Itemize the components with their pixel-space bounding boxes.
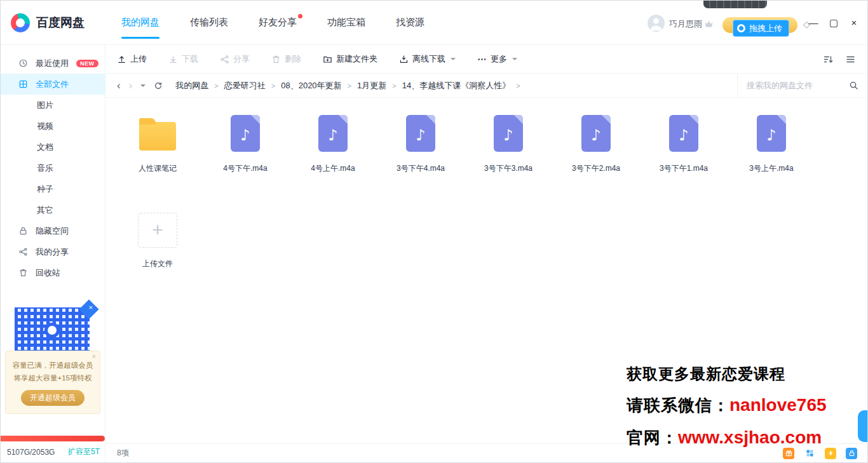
audio-file-tile[interactable]: 4号下午.m4a (201, 112, 289, 208)
upload-button[interactable]: 上传 (117, 53, 147, 65)
audio-file-tile[interactable]: 4号上午.m4a (289, 112, 377, 208)
audio-file-icon (318, 115, 348, 152)
folder-tile[interactable]: 人性课笔记 (114, 112, 201, 208)
file-name: 4号下午.m4a (223, 163, 267, 174)
tab-label: 功能宝箱 (327, 17, 365, 27)
more-dots-icon (477, 55, 487, 64)
sidebar-item-recycle-bin[interactable]: 回收站 (1, 262, 105, 283)
tab-transfer-list[interactable]: 传输列表 (189, 14, 229, 31)
floating-side-tab[interactable] (858, 410, 867, 442)
more-button[interactable]: 更多 (477, 53, 517, 65)
all-files-icon (18, 79, 28, 89)
screen-overlay-indicator (703, 1, 767, 8)
sort-icon[interactable] (823, 54, 834, 65)
breadcrumb-separator: > (516, 82, 520, 90)
audio-file-tile[interactable]: 3号下午3.m4a (465, 112, 552, 208)
file-name: 人性课笔记 (139, 163, 177, 174)
watermark-line3-label: 官网： (627, 428, 678, 447)
sidebar-item-recent[interactable]: 最近使用 NEW (1, 53, 105, 74)
audio-file-tile[interactable]: 3号下午2.m4a (552, 112, 640, 208)
lock-icon (18, 226, 28, 236)
download-button[interactable]: 下载 (168, 53, 198, 65)
breadcrumb-item[interactable]: 1月更新 (357, 80, 386, 91)
sidebar-item-others[interactable]: 其它 (1, 199, 105, 220)
sidebar-item-music[interactable]: 音乐 (1, 158, 105, 178)
folder-icon (139, 122, 176, 151)
sidebar-item-label: 其它 (37, 205, 53, 216)
qr-close-icon[interactable]: × (89, 304, 93, 311)
share-nodes-icon (18, 247, 28, 257)
audio-file-icon (494, 115, 523, 152)
audio-file-icon (231, 115, 260, 152)
promo-close-icon[interactable]: × (92, 352, 96, 360)
upload-file-tile[interactable]: + 上传文件 (114, 208, 201, 303)
audio-file-tile[interactable]: 3号下午4.m4a (377, 112, 465, 208)
status-icons (783, 448, 857, 459)
breadcrumb-item[interactable]: 我的网盘 (175, 80, 208, 91)
breadcrumb-item[interactable]: 08、2020年更新 (281, 80, 341, 91)
breadcrumb: 我的网盘 > 恋爱研习社 > 08、2020年更新 > 1月更新 > 14、李越… (175, 80, 520, 91)
refresh-icon[interactable] (154, 81, 163, 90)
chevron-down-icon[interactable] (512, 58, 517, 63)
tab-find-resources[interactable]: 找资源 (395, 14, 426, 31)
back-arrow-icon[interactable]: ‹ (117, 80, 121, 91)
storage-usage: 5107G/2053G (7, 448, 55, 457)
maximize-button[interactable]: ▢ (827, 16, 841, 30)
sidebar-item-label: 图片 (37, 100, 53, 111)
tab-friend-share[interactable]: 好友分享 (257, 14, 298, 31)
sidebar-item-documents[interactable]: 文档 (1, 137, 105, 158)
speed-up-icon[interactable] (825, 448, 836, 459)
sidebar-item-torrents[interactable]: 种子 (1, 178, 105, 199)
chevron-down-icon[interactable] (451, 58, 456, 63)
apps-grid-icon[interactable] (804, 448, 815, 459)
sidebar-item-hidden-space[interactable]: 隐藏空间 (1, 220, 105, 241)
app-title: 百度网盘 (36, 15, 85, 31)
toolbar: 上传 下载 分享 删除 新建文件夹 (105, 45, 867, 74)
offline-download-icon (399, 55, 409, 64)
drag-upload-button[interactable]: 拖拽上传 (733, 20, 789, 37)
gift-icon[interactable] (783, 448, 794, 459)
baidu-netdisk-window: 百度网盘 我的网盘 传输列表 好友分享 功能宝箱 找资源 (0, 0, 868, 463)
sidebar-item-videos[interactable]: 视频 (1, 116, 105, 137)
sidebar-item-label: 全部文件 (36, 79, 69, 90)
watermark-line2: 请联系微信：nanlove765 (627, 394, 827, 417)
tab-my-drive[interactable]: 我的网盘 (120, 14, 161, 31)
sidebar-item-label: 种子 (37, 184, 53, 195)
search-input[interactable] (747, 81, 844, 90)
qr-code-ad[interactable]: × (15, 307, 90, 353)
new-folder-button[interactable]: 新建文件夹 (323, 53, 377, 65)
delete-button[interactable]: 删除 (271, 53, 301, 65)
audio-file-tile[interactable]: 3号上午.m4a (728, 112, 815, 208)
sidebar: 最近使用 NEW 全部文件 图片 视频 文档 音乐 种子 其它 (1, 45, 105, 462)
watermark-line3: 官网：www.xsjhao.com (627, 427, 827, 449)
lock-icon[interactable] (846, 448, 857, 459)
breadcrumb-separator: > (392, 82, 396, 90)
sidebar-item-all-files[interactable]: 全部文件 (1, 74, 105, 95)
history-dropdown-icon[interactable] (140, 84, 146, 90)
user-name[interactable]: 巧月思雨 (669, 18, 702, 30)
close-button[interactable]: × (847, 16, 861, 30)
expand-storage-link[interactable]: 扩容至5T (68, 446, 100, 457)
forward-arrow-icon[interactable]: › (129, 80, 133, 91)
avatar[interactable] (648, 15, 665, 32)
breadcrumb-separator: > (271, 82, 275, 90)
audio-file-icon (406, 115, 435, 152)
audio-file-tile[interactable]: 3号下午1.m4a (640, 112, 728, 208)
upload-tile-label: 上传文件 (142, 258, 173, 269)
list-view-icon[interactable] (845, 54, 856, 65)
baidu-logo-icon (737, 24, 745, 32)
tab-toolbox[interactable]: 功能宝箱 (326, 14, 367, 31)
search-icon[interactable] (849, 81, 858, 90)
plus-icon: + (138, 213, 177, 248)
breadcrumb-item[interactable]: 恋爱研习社 (224, 80, 266, 91)
upgrade-vip-button[interactable]: 开通超级会员 (21, 390, 85, 406)
file-name: 4号上午.m4a (311, 163, 355, 174)
breadcrumb-item[interactable]: 14、李越线下课《洞察人性》 (402, 80, 510, 91)
vip-crown-icon[interactable] (704, 20, 714, 27)
sidebar-item-pictures[interactable]: 图片 (1, 95, 105, 116)
minimize-button[interactable]: — (806, 16, 820, 30)
sidebar-item-my-shares[interactable]: 我的分享 (1, 241, 105, 262)
promo-text-line2: 将享超大容量+15项特权 (10, 372, 96, 384)
offline-download-button[interactable]: 离线下载 (399, 53, 456, 65)
share-button[interactable]: 分享 (220, 53, 250, 65)
